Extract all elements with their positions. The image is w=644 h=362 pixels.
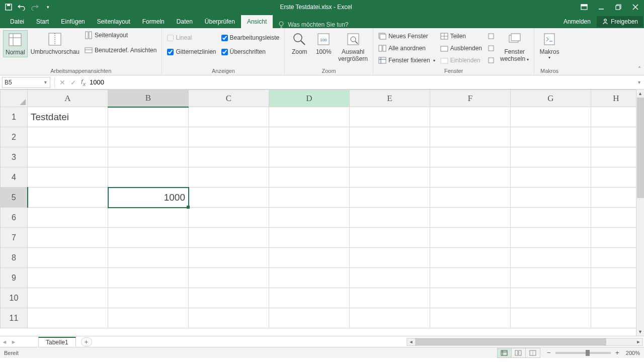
cell-A11[interactable] <box>28 308 108 328</box>
cell-D3[interactable] <box>269 147 350 167</box>
cell-E3[interactable] <box>350 147 430 167</box>
cell-F2[interactable] <box>430 127 511 147</box>
cell-C11[interactable] <box>189 308 269 328</box>
freeze-panes-button[interactable]: Fenster fixieren▾ <box>376 55 437 65</box>
cell-C10[interactable] <box>189 288 269 308</box>
scroll-thumb[interactable] <box>637 98 644 198</box>
enter-formula-button[interactable]: ✓ <box>68 77 79 88</box>
hscroll-thumb[interactable] <box>415 338 606 345</box>
new-window-button[interactable]: Neues Fenster <box>376 31 437 41</box>
cell-B5[interactable]: 1000 <box>108 188 189 208</box>
sheet-tab-tabelle1[interactable]: Tabelle1 <box>38 337 76 347</box>
collapse-ribbon-button[interactable]: ˄ <box>638 66 641 73</box>
cell-E4[interactable] <box>350 167 430 188</box>
tell-me-box[interactable]: Was möchten Sie tun? <box>273 21 353 28</box>
row-header-3[interactable]: 3 <box>1 147 28 167</box>
col-header-D[interactable]: D <box>269 90 350 107</box>
cell-H5[interactable] <box>591 188 641 208</box>
expand-formula-bar-button[interactable]: ▾ <box>634 79 644 85</box>
cell-D11[interactable] <box>269 308 350 328</box>
zoom-in-button[interactable]: + <box>614 349 621 356</box>
scroll-right-button[interactable]: ► <box>634 339 642 344</box>
col-header-C[interactable]: C <box>189 90 269 107</box>
cell-H1[interactable] <box>591 107 641 127</box>
cell-H4[interactable] <box>591 167 641 188</box>
arrange-all-button[interactable]: Alle anordnen <box>376 43 437 53</box>
ribbon-options-button[interactable] <box>576 0 593 14</box>
cell-G8[interactable] <box>511 248 591 268</box>
cell-A4[interactable] <box>28 167 108 188</box>
sheet-nav-prev[interactable]: ◄ <box>0 339 9 345</box>
split-button[interactable]: Teilen <box>438 31 484 41</box>
view-pagelayout-button[interactable] <box>512 348 526 357</box>
view-pagebreak-button[interactable] <box>526 348 540 357</box>
cell-G3[interactable] <box>511 147 591 167</box>
zoom-100-button[interactable]: 100 100% <box>312 30 335 56</box>
page-layout-view-button[interactable]: Seitenlayout <box>83 30 158 40</box>
cell-F9[interactable] <box>430 268 511 288</box>
redo-button[interactable] <box>29 2 40 13</box>
tab-pagelayout[interactable]: Seitenlayout <box>91 15 136 28</box>
add-sheet-button[interactable]: ＋ <box>81 337 92 346</box>
row-header-10[interactable]: 10 <box>1 288 28 308</box>
cell-F7[interactable] <box>430 228 511 248</box>
view-normal-button[interactable] <box>498 348 512 357</box>
cell-F4[interactable] <box>430 167 511 188</box>
cell-F1[interactable] <box>430 107 511 127</box>
cell-F3[interactable] <box>430 147 511 167</box>
cell-E11[interactable] <box>350 308 430 328</box>
zoom-selection-button[interactable]: Auswahl vergrößern <box>336 30 370 64</box>
cell-H6[interactable] <box>591 208 641 228</box>
cell-F10[interactable] <box>430 288 511 308</box>
fx-icon[interactable]: fx <box>81 78 86 87</box>
macros-button[interactable]: Makros ▾ <box>537 30 561 61</box>
cell-B8[interactable] <box>108 248 189 268</box>
cell-G1[interactable] <box>511 107 591 127</box>
cell-H10[interactable] <box>591 288 641 308</box>
cell-C9[interactable] <box>189 268 269 288</box>
sync-scroll-button[interactable] <box>485 31 497 41</box>
cancel-formula-button[interactable]: ✕ <box>57 77 68 88</box>
cell-F6[interactable] <box>430 208 511 228</box>
cell-D5[interactable] <box>269 188 350 208</box>
cell-E10[interactable] <box>350 288 430 308</box>
cell-D7[interactable] <box>269 228 350 248</box>
cell-E1[interactable] <box>350 107 430 127</box>
zoom-thumb[interactable] <box>586 350 590 356</box>
cell-G7[interactable] <box>511 228 591 248</box>
tab-insert[interactable]: Einfügen <box>55 15 91 28</box>
col-header-B[interactable]: B <box>108 90 189 107</box>
cell-B6[interactable] <box>108 208 189 228</box>
zoom-out-button[interactable]: − <box>545 349 552 356</box>
scroll-left-button[interactable]: ◄ <box>407 339 415 344</box>
tab-home[interactable]: Start <box>30 15 55 28</box>
cell-E9[interactable] <box>350 268 430 288</box>
cell-G11[interactable] <box>511 308 591 328</box>
cell-D2[interactable] <box>269 127 350 147</box>
cell-C5[interactable] <box>189 188 269 208</box>
formulabar-checkbox[interactable]: Bearbeitungsleiste <box>219 33 282 42</box>
cell-D1[interactable] <box>269 107 350 127</box>
cell-B1[interactable] <box>108 107 189 127</box>
row-header-8[interactable]: 8 <box>1 248 28 268</box>
normal-view-button[interactable]: Normal <box>3 30 28 57</box>
cell-H11[interactable] <box>591 308 641 328</box>
restore-button[interactable] <box>610 0 627 14</box>
formula-input[interactable] <box>88 77 634 87</box>
cell-B2[interactable] <box>108 127 189 147</box>
row-header-6[interactable]: 6 <box>1 208 28 228</box>
tab-formulas[interactable]: Formeln <box>136 15 171 28</box>
zoom-slider[interactable]: − + <box>545 349 621 356</box>
cell-E6[interactable] <box>350 208 430 228</box>
col-header-F[interactable]: F <box>430 90 511 107</box>
chevron-down-icon[interactable]: ▼ <box>43 80 48 85</box>
share-button[interactable]: Freigeben <box>597 16 643 27</box>
cell-H7[interactable] <box>591 228 641 248</box>
cell-G9[interactable] <box>511 268 591 288</box>
row-header-11[interactable]: 11 <box>1 308 28 328</box>
cell-E8[interactable] <box>350 248 430 268</box>
signin-link[interactable]: Anmelden <box>557 15 597 28</box>
custom-views-button[interactable]: Benutzerdef. Ansichten <box>83 45 158 55</box>
reset-position-button[interactable] <box>485 55 497 65</box>
cell-B7[interactable] <box>108 228 189 248</box>
